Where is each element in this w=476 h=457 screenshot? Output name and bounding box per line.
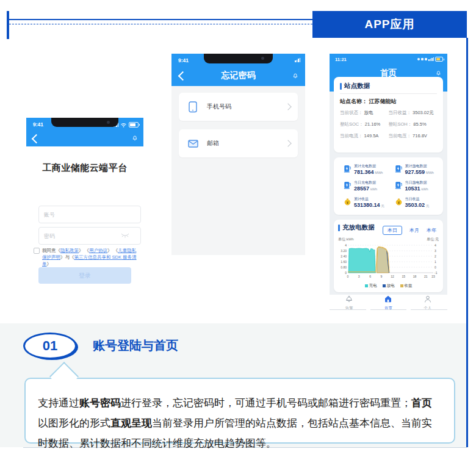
legend-item: 充电: [365, 283, 377, 289]
site-metric: 当前电流： 149.5A: [340, 133, 389, 139]
stat-value: 10531kWh: [405, 185, 428, 192]
site-metric: 当日收益： 3503.02元: [389, 110, 438, 116]
agreement-text-segment: 》 《: [107, 248, 118, 253]
signal-icon: [428, 57, 434, 61]
stat-label: 当日收益: [405, 196, 430, 202]
header-solid-line: [9, 19, 312, 20]
description-segment: 账号密码: [79, 397, 121, 409]
svg-text:0: 0: [345, 271, 347, 275]
back-button[interactable]: [32, 134, 41, 144]
charger-icon: [395, 164, 403, 175]
description-segment: 进行登录，忘记密码时，可通过手机号码或邮箱进行密码重置；: [121, 397, 411, 409]
svg-text:3.20: 3.20: [341, 249, 347, 253]
tabbar-item-首页[interactable]: 首页: [369, 295, 408, 310]
description-segment: 支持通过: [38, 397, 79, 409]
eye-closed-icon[interactable]: [121, 233, 129, 239]
stat-item: 累计充电数据781.364MWh: [337, 162, 389, 177]
agreement-link[interactable]: 用户协议: [89, 248, 107, 253]
stat-label: 累计放电数据: [405, 164, 434, 169]
option-label: 邮箱: [207, 139, 286, 148]
site-metrics: 当前状态： 放电当日收益： 3503.02元整站SOC： 21.16%整站SOH…: [340, 110, 437, 139]
divider: [340, 93, 437, 94]
charger-icon: [344, 181, 352, 192]
chart-tab[interactable]: 本月: [409, 227, 419, 234]
tabbar-item-个人[interactable]: 个人: [408, 295, 447, 310]
section-description: 支持通过账号密码进行登录，忘记密码时，可通过手机号码或邮箱进行密码重置；首页以图…: [24, 388, 453, 457]
person-icon: [424, 294, 431, 305]
section-number: 01: [43, 338, 57, 354]
mail-icon: [187, 140, 198, 148]
status-icons: [417, 57, 443, 62]
chevron-right-icon: [284, 103, 291, 110]
legend-swatch: [383, 284, 386, 287]
header-dashed-line: [9, 24, 312, 24]
stat-label: 累计充电数据: [354, 164, 383, 169]
svg-text:15: 15: [402, 275, 406, 278]
svg-text:2.40: 2.40: [341, 254, 347, 258]
stat-item: ¥累计收益531380.14元: [337, 195, 389, 211]
card-header: 站点数据: [340, 82, 437, 90]
home-screenshot: 11:21 首页 站点数据 站点名称： 江苏储能站 当前状态： 放电当日收益: [330, 54, 447, 310]
bell-icon[interactable]: [435, 70, 442, 76]
charge-discharge-chart: 443.2032.4021.6010.8000-103691215182123: [338, 242, 439, 281]
stat-item: 累计放电数据927.559MWh: [389, 162, 440, 177]
phone-notch: [204, 54, 273, 63]
card-title: 充放电数据: [342, 223, 375, 232]
phone-notch: [51, 118, 118, 127]
stat-value: 781.364MWh: [354, 169, 383, 176]
svg-text:2: 2: [435, 254, 436, 258]
svg-text:1: 1: [435, 260, 436, 264]
account-input[interactable]: [38, 206, 141, 223]
stat-unit: 元: [381, 204, 385, 207]
recovery-option-email[interactable]: 邮箱: [179, 129, 298, 157]
alarm-icon: [345, 294, 353, 305]
legend-swatch: [400, 284, 403, 287]
card-title: 站点数据: [344, 82, 370, 90]
agree-checkbox[interactable]: [34, 248, 40, 254]
agreement-text-segment: 我同意《: [42, 248, 60, 253]
recovery-option-phone[interactable]: 手机号码: [179, 93, 298, 121]
stat-value: 28557kWh: [354, 185, 377, 192]
money-icon: ¥: [395, 197, 403, 208]
svg-text:3: 3: [435, 249, 436, 253]
bell-icon[interactable]: [292, 72, 299, 79]
agreement-link[interactable]: 隐私政策: [60, 248, 79, 253]
wifi-icon: [120, 123, 127, 128]
svg-text:1.60: 1.60: [341, 260, 347, 264]
section-title: 账号登陆与首页: [93, 337, 178, 354]
signal-icon: [295, 58, 300, 62]
chart-tab[interactable]: 本年: [427, 227, 436, 234]
stat-unit: kWh: [370, 187, 377, 191]
stat-item: 当日充电数据28557kWh: [337, 178, 389, 193]
bell-icon[interactable]: [131, 134, 139, 142]
login-button[interactable]: 登录: [38, 267, 131, 284]
chart-legend: 充电放电收益: [338, 283, 439, 289]
stat-unit: kWh: [422, 187, 428, 191]
right-border-line: [466, 38, 468, 447]
description-segment: 直观呈现: [110, 417, 152, 429]
svg-text:12: 12: [391, 275, 394, 278]
chevron-right-icon: [284, 140, 291, 146]
agreement-text-segment: 》 《: [79, 248, 89, 253]
stat-label: 当日充电数据: [354, 180, 377, 185]
site-name-row: 站点名称： 江苏储能站: [340, 98, 437, 106]
chart-tab[interactable]: 本日: [383, 226, 402, 235]
status-time: 9:41: [33, 121, 43, 128]
svg-text:0: 0: [435, 265, 436, 269]
option-label: 手机号码: [207, 103, 286, 111]
site-metric: 整站SOC： 21.16%: [340, 121, 389, 128]
status-dot-icon: [421, 58, 424, 60]
home-icon: [384, 294, 392, 305]
status-time: 11:21: [335, 57, 347, 62]
site-metric: 当前电压： 716.8V: [389, 133, 438, 139]
stat-item: 当日放电数据10531kWh: [389, 178, 440, 193]
description-segment: 以图形化的形式: [38, 417, 110, 429]
statusbar-navbar: 9:41: [26, 118, 143, 146]
svg-text:0.80: 0.80: [341, 265, 347, 269]
phone-icon: [187, 101, 198, 113]
tabbar-item-告警[interactable]: 告警: [330, 295, 369, 310]
svg-text:23: 23: [431, 275, 435, 278]
bottom-tab-bar: 告警首页个人: [330, 295, 447, 310]
chart-card: 充放电数据 本日本月本年 单位:kWh 单位:元 443.2032.4021.6…: [334, 220, 443, 292]
forgot-password-screenshot: 9:41 忘记密码 手机号码邮箱: [171, 54, 305, 255]
